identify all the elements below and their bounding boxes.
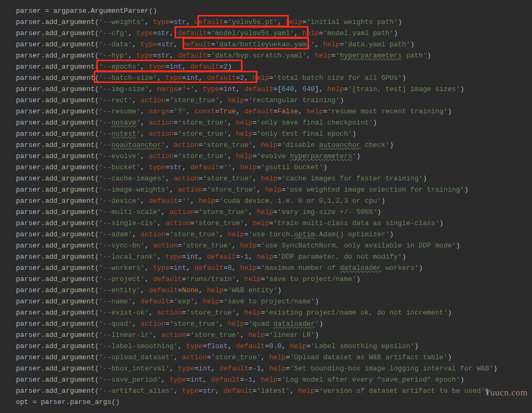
code-line: parser.add_argument('--notest', action='… — [16, 130, 356, 138]
code-line: parser.add_argument('--exist-ok', action… — [16, 309, 452, 317]
code-line: parser.add_argument('--quad', action='st… — [16, 320, 323, 328]
code-line: parser.add_argument('--evolve', action='… — [16, 152, 361, 160]
code-line: parser.add_argument('--cache-images', ac… — [16, 175, 427, 183]
code-line: parser.add_argument('--local_rank', type… — [16, 253, 406, 261]
code-line: parser.add_argument('--hyp', type=str, d… — [16, 52, 431, 60]
code-line: parser.add_argument('--image-weights', a… — [16, 186, 468, 194]
code-line: parser.add_argument('--sync-bn', action=… — [16, 242, 460, 250]
code-line: parser.add_argument('--workers', type=in… — [16, 264, 423, 272]
code-line: parser.add_argument('--label-smoothing',… — [16, 342, 419, 350]
code-line: parser.add_argument('--noautoanchor', ac… — [16, 141, 394, 149]
code-line: parser.add_argument('--single-cls', acti… — [16, 219, 444, 227]
code-line: opt = parser.parse_args() — [16, 398, 120, 406]
code-line: parser.add_argument('--resume', nargs='?… — [16, 108, 452, 115]
code-line: parser.add_argument('--entity', default=… — [16, 286, 281, 294]
code-editor[interactable]: parser = argparse.ArgumentParser() parse… — [0, 0, 532, 413]
code-line: parser.add_argument('--name', default='e… — [16, 298, 319, 305]
code-line: parser.add_argument('--adam', action='st… — [16, 230, 394, 238]
code-line: parser.add_argument('--weights', type=st… — [16, 18, 402, 26]
code-line: parser.add_argument('--multi-scale', act… — [16, 208, 381, 216]
code-line: parser.add_argument('--save_period', typ… — [16, 376, 464, 384]
code-line: parser.add_argument('--bbox_interval', t… — [16, 365, 497, 373]
code-line: parser.add_argument('--data', type=str, … — [16, 40, 414, 48]
code-line: parser.add_argument('--rect', action='st… — [16, 96, 344, 104]
code-line: parser.add_argument('--epochs', type=int… — [16, 63, 232, 71]
code-line: parser.add_argument('--batch-size', type… — [16, 74, 406, 82]
code-line: parser.add_argument('--artifact_alias', … — [16, 387, 489, 395]
code-line: parser = argparse.ArgumentParser() — [16, 7, 157, 15]
code-line: parser.add_argument('--upload_dataset', … — [16, 353, 452, 361]
code-line: parser.add_argument('--nosave', action='… — [16, 119, 377, 127]
code-line: parser.add_argument('--project', default… — [16, 275, 361, 283]
code-line: parser.add_argument('--bucket', type=str… — [16, 163, 327, 171]
code-line: parser.add_argument('--img-size', nargs=… — [16, 85, 464, 93]
watermark: Yuucn.com — [485, 387, 528, 398]
code-line: parser.add_argument('--linear-lr', actio… — [16, 331, 319, 339]
code-line: parser.add_argument('--device', default=… — [16, 197, 385, 205]
code-line: parser.add_argument('--cfg', type=str, d… — [16, 29, 398, 37]
